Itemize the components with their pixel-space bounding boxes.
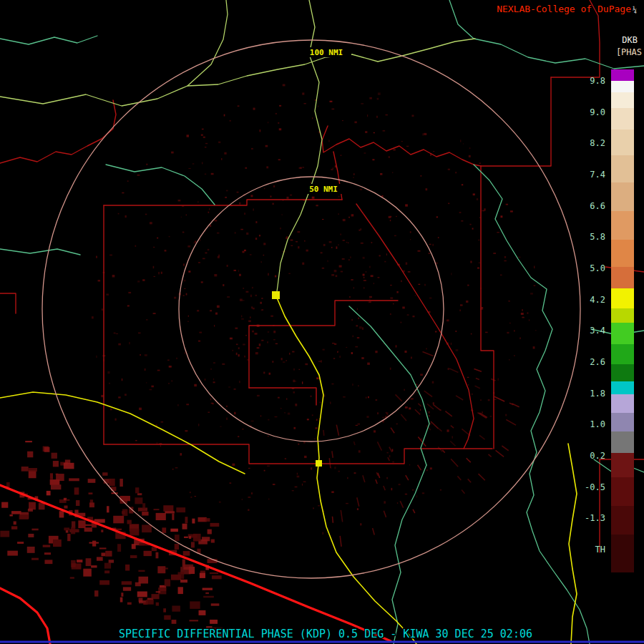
radar-echo: [205, 253, 208, 254]
radar-echo-blob: [189, 536, 191, 539]
range-ring-label: 100 NMI: [310, 48, 343, 57]
radar-echo-blob: [91, 565, 97, 567]
radar-echo: [389, 455, 391, 457]
radar-echo-blob: [9, 514, 12, 517]
radar-echo: [305, 364, 308, 365]
radar-echo: [460, 304, 463, 306]
radar-echo: [379, 255, 381, 257]
radar-echo: [341, 271, 343, 273]
radar-echo-streak: [502, 445, 509, 451]
radar-echo: [333, 358, 335, 359]
radar-echo: [410, 239, 411, 240]
radar-echo-blob: [135, 497, 142, 504]
colorbar-segment: [611, 182, 634, 211]
radar-echo: [389, 216, 391, 218]
radar-echo: [167, 359, 170, 361]
radar-echo: [352, 215, 353, 216]
radar-echo: [244, 356, 245, 358]
radar-echo: [364, 287, 364, 289]
radar-echo-blob: [66, 530, 69, 533]
radar-echo-blob: [31, 558, 39, 560]
radar-echo: [331, 384, 333, 384]
highway-layer: [0, 291, 577, 644]
radar-echo: [184, 288, 185, 289]
radar-echo: [213, 362, 215, 364]
radar-echo: [426, 469, 427, 471]
radar-echo: [361, 357, 364, 359]
radar-echo: [224, 114, 225, 117]
radar-echo: [510, 210, 513, 212]
radar-echo: [303, 482, 306, 482]
radar-echo-streak: [328, 458, 331, 468]
radar-echo-blob: [69, 478, 79, 481]
radar-echo: [238, 354, 240, 356]
radar-echo-streak: [445, 411, 452, 416]
radar-echo: [268, 499, 269, 500]
radar-echo-blob: [92, 541, 96, 547]
radar-echo-streak: [400, 501, 404, 508]
radar-echo-streak: [488, 454, 492, 457]
river: [349, 306, 429, 465]
radar-echo-blob: [182, 559, 185, 567]
radar-echo: [145, 369, 146, 371]
radar-echo: [339, 265, 342, 268]
radar-echo: [498, 378, 499, 380]
radar-echo: [330, 101, 333, 102]
radar-echo: [334, 467, 336, 469]
radar-echo-blob: [158, 587, 166, 594]
colorbar-segment: [611, 308, 634, 323]
radar-echo: [169, 236, 170, 237]
radar-echo-streak: [476, 378, 479, 381]
radar-echo: [331, 491, 333, 493]
colorbar-tick-label: 0.2: [590, 451, 605, 461]
radar-echo-blob: [121, 592, 123, 596]
colorbar-segment: [611, 535, 634, 572]
radar-echo: [360, 523, 361, 525]
colorbar-tick-label: 4.2: [590, 295, 605, 305]
radar-echo: [399, 484, 401, 485]
radar-echo: [302, 484, 303, 486]
radar-echo: [362, 327, 364, 329]
radar-echo: [348, 259, 350, 260]
radar-echo: [280, 228, 280, 229]
radar-echo: [338, 196, 340, 197]
radar-echo-blob: [142, 512, 148, 515]
radar-echo: [361, 243, 364, 244]
radar-echo: [367, 114, 368, 117]
colorbar-tick-label: 1.0: [590, 419, 605, 429]
radar-echo-blob: [156, 591, 160, 592]
radar-echo-blob: [28, 534, 34, 537]
radar-echo: [455, 172, 457, 173]
radar-echo: [268, 273, 269, 275]
radar-echo: [235, 232, 236, 233]
radar-echo-streak: [362, 475, 365, 482]
radar-echo: [295, 381, 296, 381]
radar-echo-blob: [109, 479, 115, 486]
radar-echo-blob: [154, 509, 160, 510]
radar-echo: [386, 452, 388, 454]
county-boundary: [0, 293, 16, 313]
radar-echo-blob: [53, 540, 62, 547]
radar-echo: [508, 301, 509, 302]
radar-echo: [500, 215, 502, 218]
radar-echo: [275, 113, 277, 114]
radar-echo: [529, 319, 530, 321]
radar-echo: [198, 341, 200, 342]
radar-echo: [481, 307, 483, 308]
radar-echo: [278, 159, 280, 160]
radar-echo-streak: [424, 391, 432, 398]
colorbar-segment: [611, 431, 634, 453]
radar-echo: [194, 384, 197, 386]
radar-echo: [331, 109, 334, 109]
radar-echo-blob: [47, 491, 51, 495]
radar-echo: [456, 349, 459, 351]
radar-echo: [409, 407, 411, 409]
radar-echo-blob: [27, 547, 35, 553]
radar-echo-streak: [450, 441, 456, 447]
radar-echo: [118, 343, 121, 346]
radar-echo: [358, 450, 361, 452]
radar-echo-streak: [461, 489, 465, 494]
radar-echo: [153, 247, 155, 248]
radar-echo: [396, 216, 396, 217]
radar-echo-streak: [512, 403, 519, 407]
